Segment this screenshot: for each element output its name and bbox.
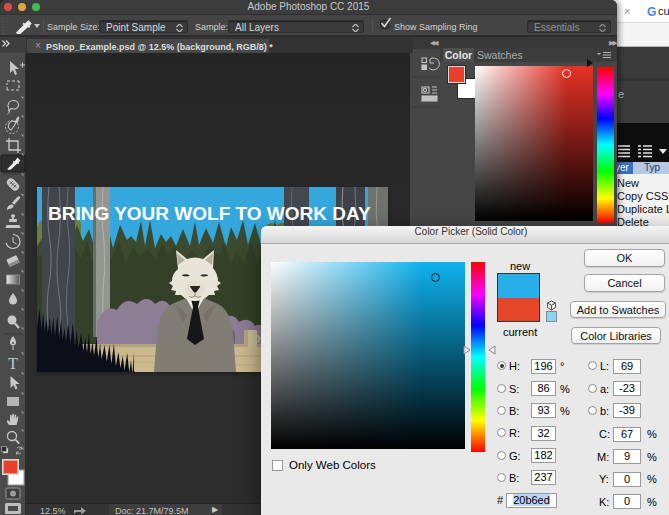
svg-text:T: T [8,355,18,372]
svg-text:BRING YOUR WOLF TO WORK DAY: BRING YOUR WOLF TO WORK DAY [48,203,371,224]
